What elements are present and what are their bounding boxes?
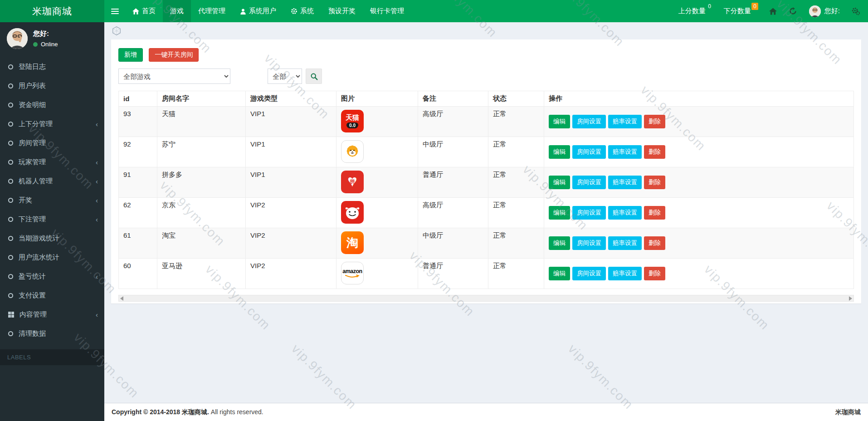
sidebar-item-label: 上下分管理	[19, 120, 53, 128]
circle-icon	[8, 103, 13, 108]
sidebar-item-11[interactable]: 用户流水统计	[0, 248, 104, 267]
content-header	[104, 22, 868, 39]
table-row: 93天猫VIP1天猫0.0高级厅正常编辑房间设置赔率设置删除	[119, 107, 854, 137]
row-actions: 编辑房间设置赔率设置删除	[544, 137, 854, 167]
nav-item-6[interactable]: 预设开奖	[321, 0, 363, 22]
edit-button[interactable]: 编辑	[549, 206, 570, 220]
user-menu[interactable]: 您好:	[809, 5, 840, 17]
circle-icon	[8, 160, 13, 165]
refresh-icon[interactable]	[789, 7, 797, 15]
nav-item-2[interactable]: 游戏	[163, 0, 191, 22]
brand-logo[interactable]: 米珈商城	[0, 0, 104, 22]
game-filter-select[interactable]: 全部游戏	[118, 69, 230, 84]
nav-item-label: 预设开奖	[328, 7, 356, 15]
nav-item-label: 首页	[142, 7, 156, 15]
delete-button[interactable]: 删除	[644, 267, 665, 280]
edit-button[interactable]: 编辑	[549, 176, 570, 189]
add-button[interactable]: 新增	[118, 48, 143, 62]
odds-settings-button[interactable]: 赔率设置	[608, 206, 642, 220]
sidebar-toggle-button[interactable]	[104, 0, 125, 22]
sidebar-item-5[interactable]: 房间管理	[0, 133, 104, 152]
odds-settings-button[interactable]: 赔率设置	[608, 236, 642, 250]
room-settings-button[interactable]: 房间设置	[572, 206, 606, 220]
room-settings-button[interactable]: 房间设置	[572, 267, 606, 280]
odds-settings-button[interactable]: 赔率设置	[608, 267, 642, 280]
room-image-cell: 淘	[336, 228, 418, 259]
suning-app-icon	[341, 140, 364, 163]
sidebar-item-13[interactable]: 支付设置	[0, 286, 104, 305]
sidebar-item-15[interactable]: 清理数据	[0, 324, 104, 343]
column-header-2: 房间名字	[157, 91, 246, 107]
down-score-item[interactable]: 下分数量 0	[724, 7, 757, 15]
game-type: VIP2	[246, 228, 336, 259]
edit-button[interactable]: 编辑	[549, 115, 570, 128]
nav-item-4[interactable]: 系统用户	[233, 0, 283, 22]
room-id: 61	[119, 228, 157, 259]
room-id: 92	[119, 137, 157, 167]
scope-filter-select[interactable]: 全部	[268, 69, 302, 84]
edit-button[interactable]: 编辑	[549, 267, 570, 280]
scroll-right-arrow-icon[interactable]	[849, 296, 852, 301]
home-icon[interactable]	[769, 7, 777, 15]
sidebar-item-6[interactable]: 玩家管理‹	[0, 152, 104, 171]
delete-button[interactable]: 删除	[644, 145, 665, 159]
sidebar-item-1[interactable]: 登陆日志	[0, 57, 104, 76]
room-id: 60	[119, 259, 157, 289]
room-note: 中级厅	[418, 137, 488, 167]
sidebar-item-4[interactable]: 上下分管理‹	[0, 114, 104, 133]
nav-item-7[interactable]: 银行卡管理	[363, 0, 411, 22]
sidebar-item-3[interactable]: 资金明细	[0, 95, 104, 114]
odds-settings-button[interactable]: 赔率设置	[608, 145, 642, 159]
down-score-badge: 0	[751, 3, 758, 10]
sidebar-item-label: 用户流水统计	[19, 253, 59, 262]
chevron-left-icon: ‹	[96, 311, 98, 318]
tmall-app-icon: 天猫0.0	[341, 110, 364, 132]
delete-button[interactable]: 删除	[644, 206, 665, 220]
room-settings-button[interactable]: 房间设置	[572, 115, 606, 128]
settings-gears-icon[interactable]	[852, 7, 860, 15]
horizontal-scrollbar[interactable]	[118, 295, 854, 302]
up-score-item[interactable]: 上分数量 0	[678, 7, 712, 15]
scroll-left-arrow-icon[interactable]	[120, 296, 123, 301]
sidebar-item-label: 房间管理	[19, 139, 46, 147]
odds-settings-button[interactable]: 赔率设置	[608, 176, 642, 189]
sidebar-item-8[interactable]: 开奖‹	[0, 191, 104, 210]
edit-button[interactable]: 编辑	[549, 145, 570, 159]
sidebar-item-10[interactable]: 当期游戏统计	[0, 229, 104, 248]
sidebar-item-9[interactable]: 下注管理‹	[0, 210, 104, 229]
sidebar-item-12[interactable]: 盈亏统计‹	[0, 267, 104, 286]
circle-icon	[8, 274, 13, 279]
edit-button[interactable]: 编辑	[549, 236, 570, 250]
sidebar-item-7[interactable]: 机器人管理‹	[0, 171, 104, 191]
nav-item-1[interactable]: 首页	[125, 0, 163, 22]
up-score-label: 上分数量	[678, 7, 706, 15]
circle-icon	[8, 141, 13, 146]
room-settings-button[interactable]: 房间设置	[572, 176, 606, 189]
room-name: 苏宁	[157, 137, 246, 167]
footer-brand: 米珈商城	[835, 408, 861, 416]
nav-item-5[interactable]: 系统	[283, 0, 321, 22]
delete-button[interactable]: 删除	[644, 176, 665, 189]
odds-settings-button[interactable]: 赔率设置	[608, 115, 642, 128]
jd-app-icon	[341, 201, 364, 224]
delete-button[interactable]: 删除	[644, 115, 665, 128]
sidebar-item-14[interactable]: 内容管理‹	[0, 305, 104, 324]
toggle-all-rooms-button[interactable]: 一键开关房间	[149, 48, 199, 62]
nav-item-label: 银行卡管理	[370, 7, 404, 15]
row-actions: 编辑房间设置赔率设置删除	[544, 228, 854, 259]
grid-icon	[8, 312, 14, 318]
online-status[interactable]: Online	[33, 41, 58, 48]
navbar-menu: 首页游戏代理管理系统用户系统预设开奖银行卡管理	[104, 0, 411, 22]
room-settings-button[interactable]: 房间设置	[572, 236, 606, 250]
room-settings-button[interactable]: 房间设置	[572, 145, 606, 159]
table-row: 92苏宁VIP1中级厅正常编辑房间设置赔率设置删除	[119, 137, 854, 167]
game-type: VIP1	[246, 137, 336, 167]
nav-item-3[interactable]: 代理管理	[191, 0, 233, 22]
delete-button[interactable]: 删除	[644, 236, 665, 250]
search-button[interactable]	[306, 69, 322, 84]
room-status: 正常	[488, 137, 544, 167]
chevron-left-icon: ‹	[96, 215, 98, 223]
avatar	[7, 28, 28, 49]
sidebar-item-label: 当期游戏统计	[19, 234, 59, 243]
sidebar-item-2[interactable]: 用户列表	[0, 76, 104, 95]
